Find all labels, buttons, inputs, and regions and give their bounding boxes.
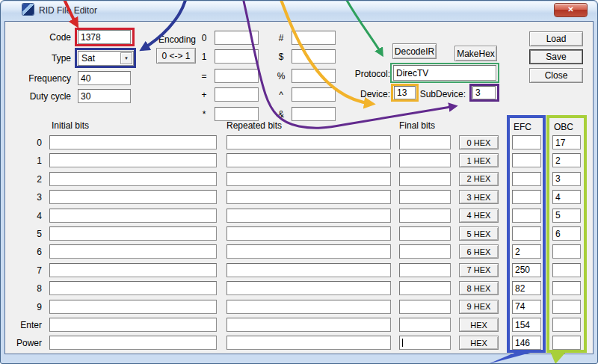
row-label: 0 bbox=[11, 138, 42, 148]
efc-input[interactable] bbox=[512, 172, 541, 186]
obc-input[interactable] bbox=[552, 336, 581, 350]
final-bits-input[interactable] bbox=[399, 135, 451, 149]
obc-input[interactable] bbox=[552, 226, 581, 241]
grid-row: Enter HEX bbox=[1, 318, 598, 332]
obc-input[interactable] bbox=[552, 209, 581, 223]
repeated-bits-input[interactable] bbox=[226, 336, 391, 350]
hex-button[interactable]: 0 HEX bbox=[459, 135, 499, 149]
initial-bits-input[interactable] bbox=[49, 135, 217, 149]
row-label: 9 bbox=[11, 302, 42, 312]
obc-input[interactable] bbox=[552, 172, 581, 186]
grid-row: 1 1 HEX bbox=[1, 153, 598, 167]
final-bits-input[interactable] bbox=[399, 300, 451, 314]
final-bits-input[interactable] bbox=[399, 318, 451, 332]
grid-row: 3 3 HEX bbox=[1, 190, 598, 204]
row-label: 3 bbox=[11, 192, 42, 203]
final-bits-input[interactable] bbox=[399, 244, 451, 259]
grid-row: 9 9 HEX bbox=[1, 300, 598, 314]
row-label: 6 bbox=[11, 247, 42, 257]
hex-button[interactable]: 5 HEX bbox=[459, 226, 499, 241]
efc-input[interactable] bbox=[512, 190, 541, 204]
initial-bits-input[interactable] bbox=[49, 172, 217, 186]
repeated-bits-input[interactable] bbox=[226, 209, 391, 223]
repeated-bits-input[interactable] bbox=[226, 244, 391, 259]
efc-input[interactable] bbox=[512, 153, 541, 167]
repeated-bits-input[interactable] bbox=[226, 190, 391, 204]
initial-bits-input[interactable] bbox=[49, 281, 217, 295]
initial-bits-input[interactable] bbox=[49, 153, 217, 167]
row-label: 1 bbox=[11, 155, 42, 166]
row-label: 8 bbox=[11, 283, 42, 294]
obc-input[interactable] bbox=[552, 190, 581, 204]
efc-input[interactable] bbox=[512, 336, 541, 350]
obc-input[interactable] bbox=[552, 153, 581, 167]
grid-row: Power HEX bbox=[1, 336, 598, 350]
efc-input[interactable] bbox=[512, 244, 541, 259]
hex-button[interactable]: 8 HEX bbox=[459, 281, 499, 295]
obc-input[interactable] bbox=[552, 244, 581, 259]
initial-bits-input[interactable] bbox=[49, 226, 217, 241]
efc-input[interactable] bbox=[512, 135, 541, 149]
hex-button[interactable]: 6 HEX bbox=[459, 244, 499, 259]
initial-bits-input[interactable] bbox=[49, 244, 217, 259]
initial-bits-input[interactable] bbox=[49, 300, 217, 314]
grid-rows-container: 0 0 HEX 1 1 HEX 2 2 HEX bbox=[1, 1, 598, 364]
obc-input[interactable] bbox=[552, 135, 581, 149]
final-bits-input[interactable] bbox=[399, 153, 451, 167]
obc-input[interactable] bbox=[552, 281, 581, 295]
grid-row: 7 7 HEX bbox=[1, 263, 598, 277]
repeated-bits-input[interactable] bbox=[226, 135, 391, 149]
initial-bits-input[interactable] bbox=[49, 190, 217, 204]
grid-row: 8 8 HEX bbox=[1, 281, 598, 295]
repeated-bits-input[interactable] bbox=[226, 281, 391, 295]
repeated-bits-input[interactable] bbox=[226, 153, 391, 167]
final-bits-input[interactable] bbox=[399, 190, 451, 204]
repeated-bits-input[interactable] bbox=[226, 300, 391, 314]
final-bits-input[interactable] bbox=[399, 281, 451, 295]
final-bits-input[interactable] bbox=[399, 172, 451, 186]
hex-button[interactable]: 7 HEX bbox=[459, 263, 499, 277]
row-label: 2 bbox=[11, 174, 42, 185]
rid-file-editor-window: RID File Editor ✕ Code Type Sat ▼ Freque… bbox=[0, 0, 598, 364]
obc-input[interactable] bbox=[552, 300, 581, 314]
grid-row: 5 5 HEX bbox=[1, 226, 598, 241]
repeated-bits-input[interactable] bbox=[226, 172, 391, 186]
efc-input[interactable] bbox=[512, 263, 541, 277]
repeated-bits-input[interactable] bbox=[226, 226, 391, 241]
final-bits-input[interactable] bbox=[399, 209, 451, 223]
efc-input[interactable] bbox=[512, 300, 541, 314]
repeated-bits-input[interactable] bbox=[226, 318, 391, 332]
grid-row: 0 0 HEX bbox=[1, 135, 598, 149]
row-label: Enter bbox=[11, 320, 42, 330]
grid-row: 6 6 HEX bbox=[1, 244, 598, 259]
initial-bits-input[interactable] bbox=[49, 336, 217, 350]
repeated-bits-input[interactable] bbox=[226, 263, 391, 277]
grid-row: 4 4 HEX bbox=[1, 209, 598, 223]
hex-button[interactable]: HEX bbox=[459, 318, 499, 332]
grid-row: 2 2 HEX bbox=[1, 172, 598, 186]
efc-input[interactable] bbox=[512, 318, 541, 332]
hex-button[interactable]: HEX bbox=[459, 336, 499, 350]
initial-bits-input[interactable] bbox=[49, 318, 217, 332]
hex-button[interactable]: 9 HEX bbox=[459, 300, 499, 314]
final-bits-input[interactable] bbox=[399, 263, 451, 277]
obc-input[interactable] bbox=[552, 263, 581, 277]
efc-input[interactable] bbox=[512, 281, 541, 295]
row-label: 5 bbox=[11, 229, 42, 239]
final-bits-input[interactable] bbox=[399, 336, 451, 350]
hex-button[interactable]: 4 HEX bbox=[459, 209, 499, 223]
hex-button[interactable]: 3 HEX bbox=[459, 190, 499, 204]
row-label: 4 bbox=[11, 211, 42, 221]
efc-input[interactable] bbox=[512, 209, 541, 223]
initial-bits-input[interactable] bbox=[49, 263, 217, 277]
final-bits-input[interactable] bbox=[399, 226, 451, 241]
initial-bits-input[interactable] bbox=[49, 209, 217, 223]
row-label: 7 bbox=[11, 265, 42, 276]
row-label: Power bbox=[11, 338, 42, 348]
efc-input[interactable] bbox=[512, 226, 541, 241]
hex-button[interactable]: 2 HEX bbox=[459, 172, 499, 186]
hex-button[interactable]: 1 HEX bbox=[459, 153, 499, 167]
obc-input[interactable] bbox=[552, 318, 581, 332]
